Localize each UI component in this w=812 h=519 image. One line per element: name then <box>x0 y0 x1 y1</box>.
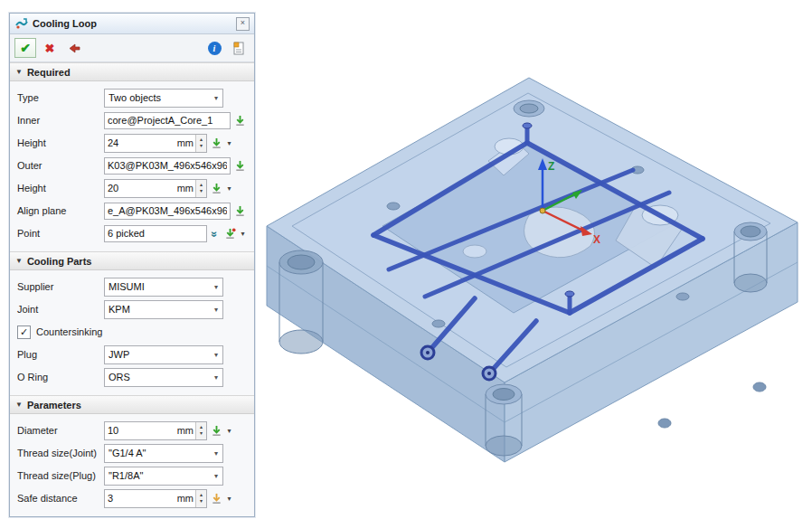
cancel-button[interactable]: ✖ <box>39 38 61 58</box>
height1-input[interactable] <box>105 137 177 148</box>
dialog-titlebar[interactable]: Cooling Loop × <box>10 14 254 34</box>
countersinking-checkbox[interactable]: ✓ <box>17 326 31 339</box>
type-combo[interactable]: Two objects ▾ <box>104 89 223 108</box>
section-cooling-parts[interactable]: ▼ Cooling Parts <box>10 251 254 270</box>
collapse-icon: ▼ <box>15 257 23 265</box>
height2-label: Height <box>17 183 104 193</box>
spin-up-icon[interactable]: ▴ <box>200 137 203 143</box>
diameter-spinner[interactable]: ▴ ▾ <box>195 422 206 439</box>
supplier-label: Supplier <box>17 281 104 292</box>
section-parameters-body: Diameter mm ▴ ▾ <box>10 414 254 516</box>
inner-input[interactable] <box>104 112 231 129</box>
supplier-combo[interactable]: MISUMI ▾ <box>104 278 223 297</box>
chevron-down-icon[interactable]: ▾ <box>239 230 247 238</box>
section-parameters[interactable]: ▼ Parameters <box>10 395 254 414</box>
joint-value: KPM <box>109 304 212 315</box>
height2-input[interactable] <box>105 183 177 193</box>
chevron-down-icon: ▾ <box>212 94 221 102</box>
pick-entity-icon[interactable] <box>232 158 247 173</box>
pick-entity-icon[interactable] <box>232 113 247 127</box>
height1-unit: mm <box>177 137 195 148</box>
row-outer: Outer <box>17 156 247 175</box>
outer-label: Outer <box>17 160 104 171</box>
row-height-outer: Height mm ▴ ▾ <box>17 178 247 198</box>
thread-joint-value: "G1/4 A" <box>109 448 212 458</box>
check-icon: ✔ <box>20 41 31 55</box>
spin-up-icon[interactable]: ▴ <box>200 492 203 498</box>
help-button[interactable] <box>228 38 250 58</box>
align-plane-input[interactable] <box>104 203 231 220</box>
joint-combo[interactable]: KPM ▾ <box>104 300 223 319</box>
ok-button[interactable]: ✔ <box>14 38 36 58</box>
thread-joint-label: Thread size(Joint) <box>17 448 104 458</box>
point-input[interactable] <box>104 225 207 242</box>
spin-down-icon[interactable]: ▾ <box>200 143 203 149</box>
spin-up-icon[interactable]: ▴ <box>200 182 203 188</box>
info-button[interactable]: i <box>203 38 225 58</box>
chevron-down-icon: ▾ <box>212 472 221 480</box>
point-label: Point <box>17 228 104 239</box>
row-countersinking: ✓ Countersinking <box>17 323 247 341</box>
outer-input[interactable] <box>104 157 231 175</box>
diameter-field: mm ▴ ▾ <box>104 421 207 440</box>
safe-distance-input[interactable] <box>105 493 177 504</box>
pick-point-icon[interactable] <box>222 226 237 241</box>
chevron-down-icon: ▾ <box>212 283 221 291</box>
help-page-icon <box>233 42 245 55</box>
chevron-down-icon[interactable]: ▾ <box>225 139 233 147</box>
type-value: Two objects <box>109 92 212 103</box>
diameter-input[interactable] <box>105 425 177 436</box>
row-align-plane: Align plane <box>17 201 247 221</box>
chevron-down-icon[interactable]: ▾ <box>225 184 233 193</box>
spin-down-icon[interactable]: ▾ <box>200 498 203 505</box>
pick-value-icon[interactable] <box>209 491 223 505</box>
pick-value-icon[interactable] <box>209 181 223 195</box>
row-oring: O Ring ORS ▾ <box>17 367 247 387</box>
viewport-3d[interactable]: Z X <box>258 25 812 514</box>
apply-button[interactable] <box>63 38 85 58</box>
chevron-down-icon[interactable]: ▾ <box>225 427 233 435</box>
chevron-down-icon[interactable]: ▾ <box>225 495 233 503</box>
height2-unit: mm <box>177 183 195 193</box>
axis-z-label: Z <box>548 160 554 173</box>
align-plane-label: Align plane <box>17 205 104 216</box>
row-type: Type Two objects ▾ <box>17 88 247 108</box>
mold-plate <box>267 78 798 462</box>
row-thread-plug: Thread size(Plug) "R1/8A" ▾ <box>17 466 247 486</box>
oring-label: O Ring <box>17 372 104 382</box>
height2-spinner[interactable]: ▴ ▾ <box>195 180 206 197</box>
pick-value-icon[interactable] <box>209 423 223 438</box>
type-label: Type <box>17 92 104 103</box>
safe-distance-spinner[interactable]: ▴ ▾ <box>195 490 206 507</box>
axis-x-label: X <box>593 233 600 246</box>
section-required-title: Required <box>27 67 71 78</box>
height1-spinner[interactable]: ▴ ▾ <box>195 135 206 152</box>
pick-entity-icon[interactable] <box>232 203 247 218</box>
row-supplier: Supplier MISUMI ▾ <box>17 277 247 297</box>
thread-plug-label: Thread size(Plug) <box>17 470 104 481</box>
row-plug: Plug JWP ▾ <box>17 344 247 364</box>
thread-plug-combo[interactable]: "R1/8A" ▾ <box>104 467 223 486</box>
close-icon[interactable]: × <box>236 17 250 31</box>
safe-distance-field: mm ▴ ▾ <box>104 489 207 508</box>
chevron-down-icon: ▾ <box>212 306 221 314</box>
oring-value: ORS <box>109 372 212 382</box>
expand-list-icon[interactable]: » <box>209 226 221 241</box>
info-icon: i <box>208 42 222 55</box>
row-height-inner: Height mm ▴ ▾ <box>17 133 247 153</box>
row-point: Point » ▾ <box>17 223 247 243</box>
apply-arrow-icon <box>68 42 81 55</box>
chevron-down-icon: ▾ <box>212 373 221 382</box>
oring-combo[interactable]: ORS ▾ <box>104 368 223 387</box>
spin-down-icon[interactable]: ▾ <box>200 430 203 437</box>
row-inner: Inner <box>17 110 247 130</box>
thread-joint-combo[interactable]: "G1/4 A" ▾ <box>104 444 223 463</box>
section-required-body: Type Two objects ▾ Inner <box>10 81 254 251</box>
spin-down-icon[interactable]: ▾ <box>200 188 203 194</box>
plug-combo[interactable]: JWP ▾ <box>104 345 223 364</box>
pick-value-icon[interactable] <box>209 136 223 150</box>
section-parameters-title: Parameters <box>27 400 81 410</box>
section-required[interactable]: ▼ Required <box>10 62 254 81</box>
section-cooling-parts-title: Cooling Parts <box>27 256 92 267</box>
spin-up-icon[interactable]: ▴ <box>200 424 203 430</box>
